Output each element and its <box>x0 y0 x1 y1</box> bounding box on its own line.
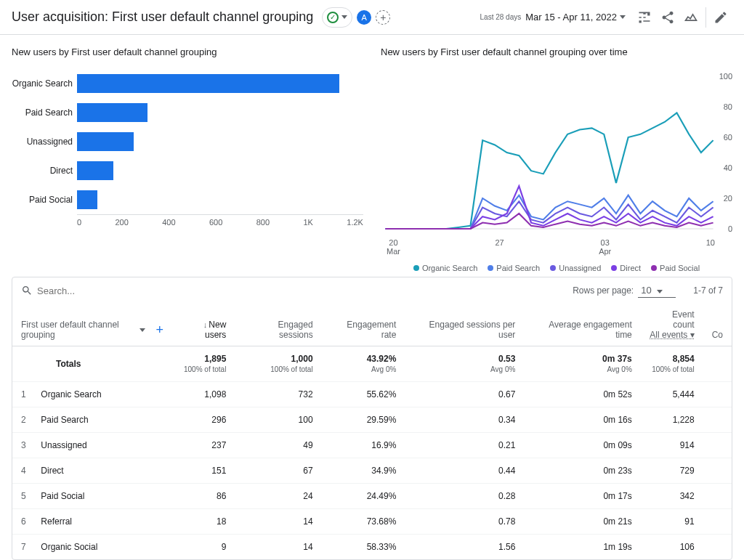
date-range-picker[interactable]: Mar 15 - Apr 11, 2022 <box>525 12 626 23</box>
search-icon <box>21 285 33 296</box>
table-row[interactable]: 1 Organic Search 1,09873255.62%0.670m 52… <box>12 382 732 407</box>
table-row[interactable]: 5 Paid Social 862424.49%0.280m 17s342 <box>12 484 732 509</box>
legend-item[interactable]: Direct <box>611 264 641 272</box>
chevron-down-icon <box>620 15 626 19</box>
line-chart-panel: New users by First user default channel … <box>381 46 732 272</box>
line-series <box>386 201 713 229</box>
col-avg-engagement-time[interactable]: Average engagement time <box>524 304 640 346</box>
line-series <box>386 195 713 229</box>
rows-per-page-label: Rows per page: <box>573 285 634 296</box>
table-row[interactable]: 7 Organic Social 91458.33%1.561m 19s106 <box>12 535 732 560</box>
bar-label: Direct <box>12 166 77 176</box>
legend-item[interactable]: Paid Social <box>651 264 700 272</box>
event-filter[interactable]: All events ▾ <box>650 330 694 340</box>
search-input[interactable] <box>37 285 182 296</box>
line-x-axis: 20Mar2703Apr10 <box>387 238 715 256</box>
header-bar: User acquisition: First user default cha… <box>0 0 744 35</box>
bar-fill <box>77 190 97 209</box>
bar-fill <box>77 132 134 151</box>
chevron-down-icon <box>140 328 145 332</box>
line-series <box>386 186 713 229</box>
line-chart: 020406080100 20Mar2703Apr10 <box>381 69 732 258</box>
chevron-down-icon <box>341 15 347 19</box>
bar-fill <box>77 103 147 122</box>
chevron-down-icon <box>657 290 663 293</box>
table-toolbar: Rows per page: 10 1-7 of 7 <box>12 277 732 304</box>
table-row[interactable]: 3 Unassigned 2374916.9%0.210m 09s914 <box>12 433 732 458</box>
share-icon[interactable] <box>656 6 679 29</box>
status-pill[interactable]: ✓ <box>322 7 352 28</box>
line-chart-title: New users by First user default channel … <box>381 46 732 57</box>
dimension-header[interactable]: First user default channel grouping <box>21 320 132 340</box>
col-engaged-sessions[interactable]: Engaged sessions <box>235 304 321 346</box>
table-row[interactable]: 6 Referral 181473.68%0.780m 21s91 <box>12 509 732 535</box>
add-segment-button[interactable]: + <box>376 10 390 25</box>
check-icon: ✓ <box>327 12 339 23</box>
legend-item[interactable]: Unassigned <box>550 264 601 272</box>
line-series <box>386 113 713 229</box>
page-title: User acquisition: First user default cha… <box>12 9 313 25</box>
insights-icon[interactable] <box>679 6 703 29</box>
line-legend: Organic SearchPaid SearchUnassignedDirec… <box>381 264 732 272</box>
col-event-count[interactable]: Event countAll events ▾ <box>641 304 703 346</box>
bar-label: Unassigned <box>12 137 77 147</box>
bar-x-axis: 02004006008001K1.2K <box>77 214 363 227</box>
charts-row: New users by First user default channel … <box>0 35 744 272</box>
bar-fill <box>77 161 113 180</box>
totals-label: Totals <box>12 346 172 382</box>
bar-chart-title: New users by First user default channel … <box>12 46 363 57</box>
col-sessions-per-user[interactable]: Engaged sessions per user <box>405 304 524 346</box>
rows-per-page-select[interactable]: 10 <box>638 283 676 298</box>
legend-item[interactable]: Paid Search <box>488 264 540 272</box>
bar-chart-panel: New users by First user default channel … <box>12 46 363 272</box>
bar-fill <box>77 74 339 93</box>
segment-badge[interactable]: A <box>357 10 371 25</box>
col-new-users[interactable]: ↓New users <box>172 304 235 346</box>
data-table: Rows per page: 10 1-7 of 7 First user de… <box>12 277 732 560</box>
page-info: 1-7 of 7 <box>693 285 723 296</box>
customize-icon[interactable] <box>633 6 656 29</box>
bar-chart: Organic SearchPaid SearchUnassignedDirec… <box>12 69 363 258</box>
legend-item[interactable]: Organic Search <box>413 264 477 272</box>
col-overflow: Co <box>703 304 732 346</box>
col-engagement-rate[interactable]: Engagement rate <box>322 304 405 346</box>
table-row[interactable]: 4 Direct 1516734.9%0.440m 23s729 <box>12 458 732 484</box>
edit-icon[interactable] <box>709 6 732 29</box>
bar-label: Organic Search <box>12 78 77 89</box>
bar-label: Paid Social <box>12 195 77 205</box>
table-row[interactable]: 2 Paid Search 29610029.59%0.340m 16s1,22… <box>12 407 732 433</box>
date-range-label: Last 28 days <box>480 13 522 21</box>
divider <box>705 7 706 28</box>
add-dimension-button[interactable]: + <box>155 322 163 338</box>
bar-label: Paid Search <box>12 107 77 118</box>
